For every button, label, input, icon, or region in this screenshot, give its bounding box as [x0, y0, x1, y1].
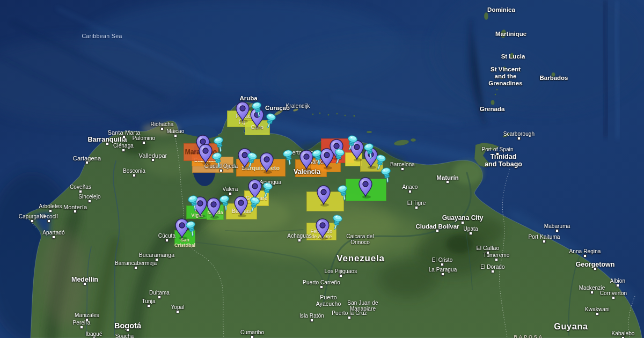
map-label: Port of Spain: [481, 146, 513, 152]
city-dot: [461, 221, 464, 224]
city-dot: [133, 174, 136, 177]
map-label: Capurganá: [19, 214, 46, 219]
map-label: Sincelejo: [78, 194, 100, 200]
city-dot: [495, 258, 498, 261]
map-label: Duitama: [149, 290, 170, 296]
city-dot: [47, 219, 50, 223]
map-label: El Cristo: [432, 257, 453, 263]
city-dot: [85, 161, 89, 164]
map-label: Cumaribo: [240, 329, 264, 335]
city-dot: [555, 229, 559, 232]
map-label: Kabalebo: [611, 330, 634, 336]
city-dot: [320, 285, 323, 289]
city-dot: [612, 296, 615, 299]
map-label: Maicao: [167, 128, 185, 134]
map-label: Valera: [223, 186, 238, 192]
city-dot: [31, 219, 34, 223]
map-label: Trinidad and Tobago: [485, 153, 522, 168]
map-label: Puerto Carreño: [303, 280, 340, 285]
city-dot: [165, 239, 169, 242]
map-label: St Lucia: [501, 53, 525, 60]
map-label: Maracay: [308, 159, 328, 165]
city-dot: [408, 190, 412, 193]
map-label: Corriverton: [600, 290, 627, 296]
map-label: Guyana: [554, 322, 588, 332]
city-dot: [269, 185, 272, 188]
map-label: Ciudad Ojeda: [204, 163, 238, 169]
city-dot: [348, 316, 351, 319]
map-label: RAPOSA: [514, 334, 544, 338]
city-dot: [83, 282, 86, 285]
city-dot: [52, 236, 55, 239]
map-label: Arboletes: [39, 203, 62, 209]
city-dot: [142, 141, 145, 144]
map-label: Puerto Cabello: [286, 150, 322, 156]
city-dot: [415, 206, 418, 209]
city-dot: [122, 149, 125, 152]
city-dot: [106, 142, 109, 145]
city-dot: [590, 291, 594, 294]
map-label: Los Pijiguaos: [325, 268, 357, 274]
map-label: Mackenzie: [579, 285, 605, 291]
map-label: Scarborough: [503, 131, 535, 137]
map-label: Albion: [610, 278, 625, 284]
map-label: Cúcuta: [158, 233, 175, 239]
map-label: Grenada: [480, 106, 505, 113]
map-label: Kralendijk: [286, 103, 310, 109]
map-label: Kwakwani: [585, 306, 610, 312]
map-label: Martinique: [495, 31, 526, 38]
map-label: Mabaruma: [544, 223, 570, 229]
city-dot: [122, 135, 126, 138]
city-dot: [155, 258, 158, 261]
city-dot: [486, 251, 489, 254]
city-dot: [151, 158, 155, 161]
city-dot: [219, 169, 223, 172]
map-label: Aruba: [239, 95, 257, 102]
city-dot: [543, 240, 546, 243]
map-label: Barrancabermeja: [115, 260, 157, 266]
map-label: El Dorado: [480, 264, 504, 270]
city-dot: [583, 254, 587, 258]
map-label: Barcelona: [390, 161, 415, 167]
city-dot: [596, 312, 599, 315]
map-label: Apartadó: [42, 230, 64, 236]
map-labels: Caribbean SeaVenezuelaGuyanaRAPOSADomini…: [0, 0, 644, 338]
city-dot: [594, 267, 597, 270]
city-dot: [134, 266, 137, 269]
city-dot: [74, 210, 77, 213]
city-dot: [80, 326, 83, 329]
map-label: La Paragua: [429, 267, 457, 273]
city-dot: [436, 229, 439, 232]
map-label: Port Kaituma: [528, 234, 560, 240]
map-label: Puerto Ayacucho: [316, 295, 341, 307]
map-label: Upata: [463, 226, 478, 232]
city-dot: [79, 190, 82, 193]
city-dot: [441, 263, 444, 266]
city-dot: [160, 127, 164, 130]
map-label: Caicara del Orinoco: [346, 233, 374, 245]
city-dot: [88, 200, 91, 203]
city-dot: [298, 239, 301, 242]
city-dot: [158, 296, 161, 299]
map-label: Ibagué: [85, 331, 102, 337]
map-label: Ciénaga: [113, 143, 134, 149]
city-dot: [469, 232, 472, 235]
map-label: Puerto la Cruz: [332, 310, 367, 316]
map-label: Dominica: [487, 6, 515, 13]
city-dot: [85, 318, 89, 321]
map-label: Barbados: [539, 75, 568, 82]
city-dot: [401, 167, 404, 171]
map-label: Venezuela: [336, 253, 384, 263]
map-label: San Juan de Manapiare: [347, 300, 378, 312]
map-label: Acarigua: [260, 179, 281, 185]
city-dot: [446, 180, 449, 183]
satellite-map[interactable]: Punto FijoCoroCabimasMaracaiboBarquisime…: [0, 0, 644, 338]
map-label: Necoclí: [40, 214, 58, 219]
map-label: Riohacha: [150, 121, 173, 127]
map-label: Valencia: [294, 168, 320, 175]
map-label: St Vincent and the Grenadines: [488, 66, 522, 87]
map-label: Isla Ratón: [299, 313, 324, 319]
city-dot: [339, 274, 342, 277]
map-label: El Tigre: [407, 200, 426, 206]
city-dot: [310, 319, 313, 322]
